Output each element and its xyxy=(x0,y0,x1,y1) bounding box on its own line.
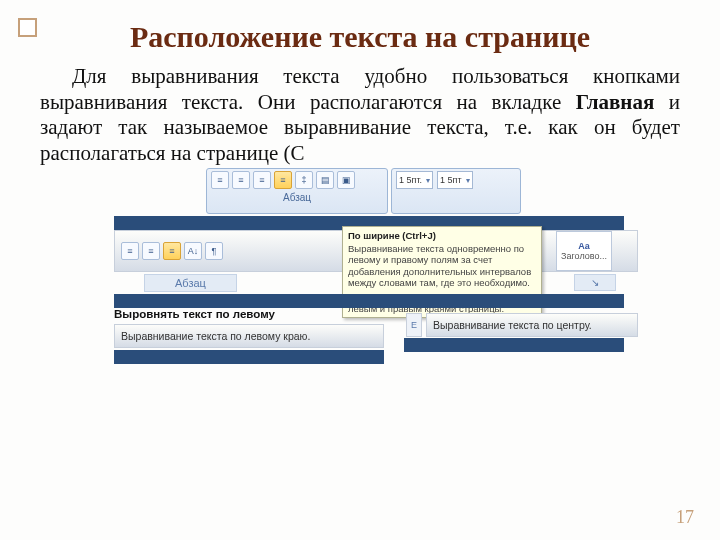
align-left-icon[interactable]: ≡ xyxy=(211,171,229,189)
style-heading-box[interactable]: Aa Заголово... xyxy=(556,231,612,271)
tooltip-left-body: Выравнивание текста по левому краю. xyxy=(114,324,384,348)
align-justify-icon[interactable]: ≡ xyxy=(274,171,292,189)
align-justify-icon-2[interactable]: ≡ xyxy=(163,242,181,260)
decorative-corner-square xyxy=(18,18,37,37)
tooltip-center-close-icon[interactable]: E xyxy=(406,313,422,337)
show-marks-icon[interactable]: ¶ xyxy=(205,242,223,260)
window-bg-bar-3 xyxy=(114,350,384,364)
slide-title: Расположение текста на странице xyxy=(40,20,680,54)
align-center-icon[interactable]: ≡ xyxy=(232,171,250,189)
tooltip-left-title: Выровнять текст по левому xyxy=(114,308,275,320)
tooltip-center-body: Выравнивание текста по центру. xyxy=(426,313,638,337)
spacing-after-combo[interactable]: 1 5пт▾ xyxy=(437,171,473,189)
borders-icon[interactable]: ▣ xyxy=(337,171,355,189)
paragraph-group: ≡ ≡ ≡ ≡ ‡ ▤ ▣ Абзац xyxy=(206,168,388,214)
group-label-paragraph: Абзац xyxy=(207,191,387,204)
line-spacing-icon[interactable]: ‡ xyxy=(295,171,313,189)
tooltip-justify-line1: Выравнивание текста одновременно по лево… xyxy=(348,243,536,288)
spacing-before-combo[interactable]: 1 5пт.▾ xyxy=(396,171,433,189)
spacing-group: 1 5пт.▾ 1 5пт▾ xyxy=(391,168,521,214)
indent-inc-icon[interactable]: ≡ xyxy=(142,242,160,260)
group-label-paragraph-2: Абзац xyxy=(144,274,237,292)
align-right-icon[interactable]: ≡ xyxy=(253,171,271,189)
shading-icon[interactable]: ▤ xyxy=(316,171,334,189)
dialog-launcher-icon[interactable]: ↘ xyxy=(574,274,616,291)
tooltip-justify-title: По ширине (Ctrl+J) xyxy=(348,230,536,241)
slide-paragraph: Для выравнивания текста удобно пользоват… xyxy=(40,64,680,166)
align-row: ≡ ≡ ≡ ≡ ‡ ▤ ▣ xyxy=(207,169,387,191)
indent-dec-icon[interactable]: ≡ xyxy=(121,242,139,260)
ribbon-fragment-mid-left: ≡ ≡ ≡ A↓ ¶ xyxy=(114,230,358,272)
slide-content: Расположение текста на странице Для выра… xyxy=(0,0,720,166)
window-bg-bar-4 xyxy=(404,338,624,352)
sort-icon[interactable]: A↓ xyxy=(184,242,202,260)
page-number: 17 xyxy=(676,507,694,528)
window-bg-bar-2 xyxy=(114,294,624,308)
ribbon-fragment-top: ≡ ≡ ≡ ≡ ‡ ▤ ▣ Абзац 1 5пт.▾ 1 5пт▾ xyxy=(206,168,524,214)
ribbon-fragment-mid-right: Aa Заголово... xyxy=(530,230,638,272)
